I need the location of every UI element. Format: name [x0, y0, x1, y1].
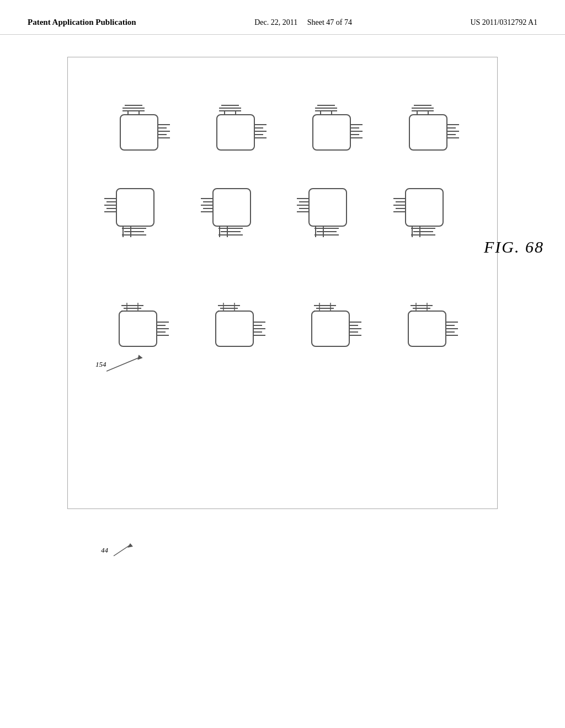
chip-svg-10	[201, 295, 268, 361]
chip-6	[199, 173, 270, 245]
svg-rect-66	[213, 189, 250, 226]
chip-svg-1	[105, 96, 171, 162]
symbol-row-2	[79, 173, 486, 245]
chip-4	[394, 96, 460, 162]
svg-rect-5	[120, 115, 158, 150]
chip-7	[295, 173, 366, 245]
chip-10	[201, 295, 268, 361]
figure-label: FIG. 68	[484, 238, 544, 256]
svg-rect-125	[312, 311, 349, 346]
pub-date: Dec. 22, 2011	[254, 18, 297, 26]
main-content: FIG. 68	[0, 35, 565, 570]
chip-svg-8	[391, 173, 463, 245]
sheet-info: Sheet 47 of 74	[307, 18, 352, 26]
figure-box: FIG. 68	[67, 57, 498, 509]
chip-3	[297, 96, 364, 162]
chip-svg-12	[394, 295, 460, 361]
chip-svg-11	[297, 295, 364, 361]
chip-svg-4	[394, 96, 460, 162]
svg-marker-147	[127, 543, 133, 548]
chip-11	[297, 295, 364, 361]
svg-rect-90	[406, 189, 443, 226]
chip-svg-5	[102, 173, 174, 245]
chip-svg-3	[297, 96, 364, 162]
chip-8	[391, 173, 463, 245]
chip-12	[394, 295, 460, 361]
chip-9	[105, 295, 171, 361]
arrow-154	[106, 355, 151, 377]
svg-rect-29	[313, 115, 350, 150]
page-header: Patent Application Publication Dec. 22, …	[0, 0, 565, 35]
label-154: 154	[95, 360, 106, 369]
arrow-44	[111, 542, 133, 559]
svg-line-144	[106, 357, 140, 371]
svg-rect-137	[408, 311, 446, 346]
chip-svg-7	[295, 173, 366, 245]
svg-line-146	[114, 545, 130, 556]
symbol-row-3: 154	[79, 295, 486, 361]
publication-label: Patent Application Publication	[28, 17, 136, 28]
row-gap	[79, 256, 486, 283]
svg-rect-113	[216, 311, 253, 346]
chip-1	[105, 96, 171, 162]
chip-svg-6	[199, 173, 270, 245]
chip-2	[201, 96, 268, 162]
chip-5	[102, 173, 174, 245]
publication-number: US 2011/0312792 A1	[470, 17, 537, 29]
svg-rect-54	[116, 189, 154, 226]
label-44: 44	[101, 542, 133, 559]
chip-svg-9	[105, 295, 171, 361]
publication-date-sheet: Dec. 22, 2011 Sheet 47 of 74	[254, 17, 352, 29]
svg-marker-145	[136, 355, 143, 360]
svg-rect-17	[217, 115, 254, 150]
chip-svg-2	[201, 96, 268, 162]
symbol-row-1	[79, 96, 486, 162]
svg-rect-78	[309, 189, 347, 226]
svg-rect-41	[409, 115, 447, 150]
svg-rect-101	[119, 311, 157, 346]
